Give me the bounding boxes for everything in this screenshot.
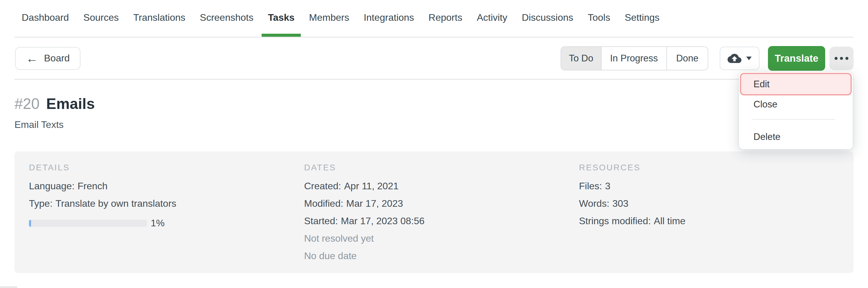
page-title: #20 Emails bbox=[14, 96, 854, 112]
dates-column: DATES Created:Apr 11, 2021 Modified:Mar … bbox=[304, 163, 579, 273]
back-button-label: Board bbox=[44, 53, 70, 64]
status-tab-todo[interactable]: To Do bbox=[561, 47, 601, 70]
translate-button[interactable]: Translate bbox=[768, 46, 825, 71]
nav-item-screenshots[interactable]: Screenshots bbox=[200, 12, 253, 37]
files-row: Files:3 bbox=[579, 180, 854, 192]
created-label: Created: bbox=[304, 181, 341, 191]
back-to-board-button[interactable]: ← Board bbox=[15, 47, 81, 70]
top-nav: Dashboard Sources Translations Screensho… bbox=[14, 0, 854, 38]
details-column: DETAILS Language:French Type:Translate b… bbox=[29, 163, 304, 273]
strings-modified-value: All time bbox=[654, 215, 685, 226]
nav-item-tasks[interactable]: Tasks bbox=[268, 12, 294, 37]
type-label: Type: bbox=[29, 198, 53, 209]
next-section-edge bbox=[0, 286, 17, 288]
context-menu: Edit Close Delete bbox=[739, 72, 852, 149]
modified-row: Modified:Mar 17, 2023 bbox=[304, 198, 579, 209]
progress-row: 1% bbox=[29, 218, 304, 229]
cloud-upload-icon bbox=[727, 51, 741, 65]
nav-item-members[interactable]: Members bbox=[309, 12, 349, 37]
type-row: Type:Translate by own translators bbox=[29, 198, 304, 209]
created-row: Created:Apr 11, 2021 bbox=[304, 180, 579, 192]
modified-value: Mar 17, 2023 bbox=[346, 198, 403, 209]
menu-item-delete[interactable]: Delete bbox=[753, 131, 845, 142]
started-label: Started: bbox=[304, 215, 338, 226]
menu-item-close[interactable]: Close bbox=[753, 99, 845, 110]
menu-divider bbox=[752, 119, 835, 120]
more-actions-button[interactable] bbox=[830, 47, 854, 70]
strings-modified-row: Strings modified:All time bbox=[579, 215, 854, 227]
words-row: Words:303 bbox=[579, 198, 854, 209]
task-summary-panel: DETAILS Language:French Type:Translate b… bbox=[14, 151, 854, 273]
toolbar-right-cluster: To Do In Progress Done Translate bbox=[561, 46, 854, 71]
nav-item-translations[interactable]: Translations bbox=[133, 12, 185, 37]
ellipsis-icon bbox=[835, 57, 838, 60]
resolved-status: Not resolved yet bbox=[304, 232, 579, 244]
created-value: Apr 11, 2021 bbox=[344, 181, 399, 191]
started-row: Started:Mar 17, 2023 08:56 bbox=[304, 215, 579, 227]
started-value: Mar 17, 2023 08:56 bbox=[341, 215, 425, 226]
nav-item-activity[interactable]: Activity bbox=[477, 12, 507, 37]
nav-item-dashboard[interactable]: Dashboard bbox=[22, 12, 69, 37]
modified-label: Modified: bbox=[304, 198, 343, 209]
nav-item-reports[interactable]: Reports bbox=[429, 12, 462, 37]
nav-item-settings[interactable]: Settings bbox=[625, 12, 660, 37]
files-value: 3 bbox=[605, 181, 610, 191]
resources-column: RESOURCES Files:3 Words:303 Strings modi… bbox=[579, 163, 854, 273]
chevron-down-icon bbox=[746, 57, 752, 60]
type-value: Translate by own translators bbox=[56, 198, 176, 209]
task-name: Emails bbox=[46, 96, 95, 112]
progress-fill bbox=[29, 220, 31, 227]
status-tab-done[interactable]: Done bbox=[667, 47, 708, 70]
strings-modified-label: Strings modified: bbox=[579, 215, 651, 226]
menu-item-edit[interactable]: Edit bbox=[753, 78, 845, 90]
language-label: Language: bbox=[29, 181, 74, 191]
status-segmented-control: To Do In Progress Done bbox=[561, 46, 708, 70]
arrow-left-icon: ← bbox=[26, 52, 38, 64]
words-value: 303 bbox=[613, 198, 628, 209]
task-number: #20 bbox=[14, 96, 39, 112]
nav-item-sources[interactable]: Sources bbox=[84, 12, 119, 37]
language-value: French bbox=[78, 181, 107, 191]
toolbar: ← Board To Do In Progress Done Translate bbox=[14, 38, 854, 80]
task-description: Email Texts bbox=[14, 119, 854, 130]
nav-item-discussions[interactable]: Discussions bbox=[522, 12, 573, 37]
files-label: Files: bbox=[579, 181, 602, 191]
progress-percent: 1% bbox=[151, 218, 164, 229]
language-row: Language:French bbox=[29, 180, 304, 192]
download-dropdown-button[interactable] bbox=[720, 47, 760, 70]
resources-heading: RESOURCES bbox=[579, 163, 854, 173]
details-heading: DETAILS bbox=[29, 163, 304, 173]
nav-item-integrations[interactable]: Integrations bbox=[364, 12, 414, 37]
nav-item-tools[interactable]: Tools bbox=[588, 12, 610, 37]
status-tab-in-progress[interactable]: In Progress bbox=[601, 47, 667, 70]
due-date-status: No due date bbox=[304, 250, 579, 261]
words-label: Words: bbox=[579, 198, 610, 209]
dates-heading: DATES bbox=[304, 163, 579, 173]
progress-bar bbox=[29, 220, 147, 227]
app-window: Dashboard Sources Translations Screensho… bbox=[0, 0, 868, 288]
